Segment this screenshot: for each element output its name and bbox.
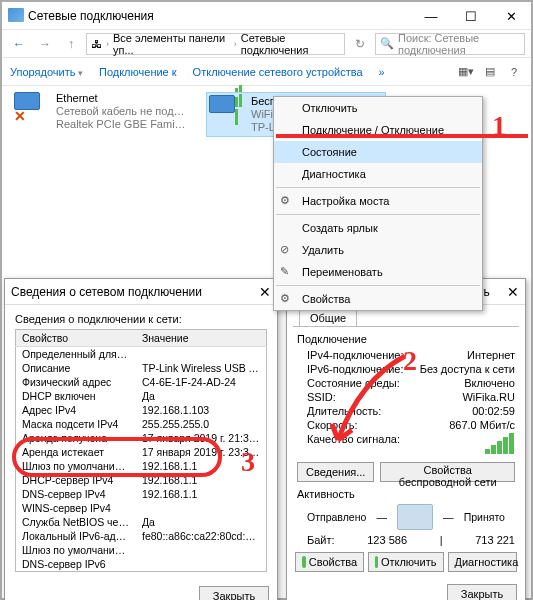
refresh-button[interactable]: ↻ — [349, 33, 371, 55]
folder-icon: 🖧 — [91, 38, 102, 50]
ethernet-icon: ✕ — [14, 92, 50, 124]
diagnostics-button[interactable]: Диагностика — [448, 552, 517, 572]
details-close-button[interactable]: ✕ — [259, 284, 271, 300]
ctx-bridge[interactable]: ⚙Настройка моста — [274, 190, 482, 212]
titlebar: Сетевые подключения — ☐ ✕ — [2, 2, 531, 30]
context-menu: Отключить Подключение / Отключение Состо… — [273, 96, 483, 311]
search-placeholder: Поиск: Сетевые подключения — [398, 32, 520, 56]
breadcrumb[interactable]: 🖧 › Все элементы панели уп... › Сетевые … — [86, 33, 345, 55]
group-connection: Подключение — [297, 333, 515, 345]
adapter-status: Сетевой кабель не подкл... — [56, 105, 186, 118]
tab-general[interactable]: Общие — [299, 309, 357, 326]
bytes-label: Байт: — [307, 534, 335, 546]
details-label: Сведения о подключении к сети: — [15, 313, 267, 325]
annotation-1: 1 — [492, 110, 506, 142]
back-button[interactable]: ← — [8, 33, 30, 55]
minimize-button[interactable]: — — [411, 2, 451, 30]
table-row: Физический адресC4-6E-1F-24-AD-24 — [16, 375, 267, 389]
col-property: Свойство — [16, 330, 136, 347]
table-row: DNS-сервер IPv6 — [16, 557, 267, 572]
details-close-btn[interactable]: Закрыть — [199, 586, 269, 600]
adapter-name: Ethernet — [56, 92, 186, 105]
annotation-arrow — [330, 350, 430, 460]
rename-icon: ✎ — [280, 265, 294, 279]
view-icons-button[interactable]: ▦▾ — [457, 63, 475, 81]
sent-label: Отправлено — [307, 511, 366, 523]
table-row: Локальный IPv6-адрес...fe80::a86c:ca22:8… — [16, 529, 267, 543]
shield-icon — [302, 556, 306, 568]
disable-button[interactable]: Отключить — [368, 552, 443, 572]
view-list-button[interactable]: ▤ — [481, 63, 499, 81]
table-row: Маска подсети IPv4255.255.255.0 — [16, 417, 267, 431]
signal-bars-icon — [485, 433, 515, 456]
received-label: Принято — [464, 511, 505, 523]
table-row: Адрес IPv4192.168.1.103 — [16, 403, 267, 417]
annotation-3: 3 — [241, 446, 255, 478]
status-close-btn[interactable]: Закрыть — [447, 584, 517, 600]
ctx-delete[interactable]: ⊘Удалить — [274, 239, 482, 261]
up-button[interactable]: ↑ — [60, 33, 82, 55]
table-row: Определенный для по... — [16, 347, 267, 362]
ctx-diagnostics[interactable]: Диагностика — [274, 163, 482, 185]
adapter-device: Realtek PCIe GBE Family C... — [56, 118, 186, 131]
table-row: DHCP включенДа — [16, 389, 267, 403]
crumb-control-panel[interactable]: Все элементы панели уп... — [113, 32, 230, 56]
ctx-shortcut[interactable]: Создать ярлык — [274, 217, 482, 239]
properties-icon: ⚙ — [280, 292, 294, 306]
group-activity: Активность — [297, 488, 515, 500]
table-row: WINS-сервер IPv4 — [16, 501, 267, 515]
search-icon: 🔍 — [380, 37, 394, 50]
bridge-icon: ⚙ — [280, 194, 294, 208]
activity-icon — [397, 504, 433, 530]
col-value: Значение — [136, 330, 267, 347]
help-button[interactable]: ? — [505, 63, 523, 81]
adapter-ethernet[interactable]: ✕ Ethernet Сетевой кабель не подкл... Re… — [14, 92, 194, 137]
table-row: DNS-сервер IPv4192.168.1.1 — [16, 487, 267, 501]
wireless-properties-button[interactable]: Свойства беспроводной сети — [380, 462, 515, 482]
command-bar: Упорядочить Подключение к Отключение сет… — [2, 58, 531, 86]
forward-button[interactable]: → — [34, 33, 56, 55]
maximize-button[interactable]: ☐ — [451, 2, 491, 30]
delete-icon: ⊘ — [280, 243, 294, 257]
details-title: Сведения о сетевом подключении — [11, 285, 202, 299]
annotation-underline — [276, 134, 528, 138]
details-button[interactable]: Сведения... — [297, 462, 374, 482]
connect-to-button[interactable]: Подключение к — [99, 66, 177, 78]
details-titlebar: Сведения о сетевом подключении ✕ — [5, 279, 277, 305]
crumb-network[interactable]: Сетевые подключения — [241, 32, 340, 56]
wireless-icon — [209, 95, 245, 127]
table-row: ОписаниеTP-Link Wireless USB Adapter — [16, 361, 267, 375]
table-row: Служба NetBIOS чере...Да — [16, 515, 267, 529]
ctx-status[interactable]: Состояние — [274, 141, 482, 163]
address-bar: ← → ↑ 🖧 › Все элементы панели уп... › Се… — [2, 30, 531, 58]
ctx-properties[interactable]: ⚙Свойства — [274, 288, 482, 310]
organize-menu[interactable]: Упорядочить — [10, 66, 83, 78]
annotation-oval — [12, 437, 222, 477]
window-title: Сетевые подключения — [28, 9, 154, 23]
shield-icon — [375, 556, 378, 568]
status-close-button[interactable]: ✕ — [507, 284, 519, 300]
properties-button[interactable]: Свойства — [295, 552, 364, 572]
ctx-disable[interactable]: Отключить — [274, 97, 482, 119]
bytes-sent: 123 586 — [367, 534, 407, 546]
close-button[interactable]: ✕ — [491, 2, 531, 30]
table-row: Шлюз по умолчанию IP... — [16, 543, 267, 557]
overflow-chevron[interactable]: » — [379, 66, 385, 78]
disable-device-button[interactable]: Отключение сетевого устройства — [193, 66, 363, 78]
bytes-received: 713 221 — [475, 534, 515, 546]
search-input[interactable]: 🔍 Поиск: Сетевые подключения — [375, 33, 525, 55]
ctx-rename[interactable]: ✎Переименовать — [274, 261, 482, 283]
